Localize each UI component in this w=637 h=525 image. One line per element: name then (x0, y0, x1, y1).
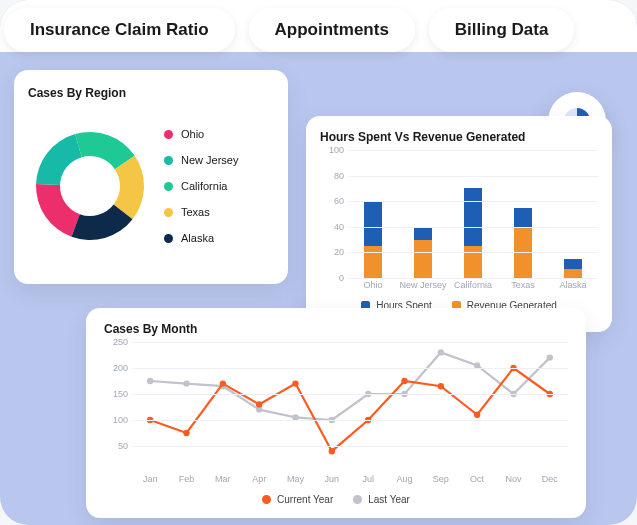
y-tick-label: 60 (334, 196, 344, 206)
legend-item-alaska: Alaska (164, 225, 274, 251)
x-tick-label: Ohio (348, 280, 398, 298)
y-tick-label: 250 (113, 337, 128, 347)
bar-segment-revenue (414, 240, 432, 278)
legend-item-texas: Texas (164, 199, 274, 225)
bar-segment-revenue (564, 269, 582, 278)
x-tick-label: Oct (459, 474, 495, 492)
svg-point-21 (438, 383, 444, 389)
legend-label: Current Year (277, 494, 333, 505)
y-tick-label: 200 (113, 363, 128, 373)
svg-point-1 (147, 378, 153, 384)
line-chart (132, 342, 568, 472)
legend-dot-icon (164, 208, 173, 217)
cases-by-region-title: Cases By Region (28, 86, 274, 100)
x-tick-label: Dec (532, 474, 568, 492)
svg-point-18 (329, 448, 335, 454)
legend-item-last-year: Last Year (353, 494, 410, 505)
legend-item-new-jersey: New Jersey (164, 147, 274, 173)
legend-dot-icon (164, 182, 173, 191)
cases-by-region-card: Cases By Region Ohio New Jersey Californ… (14, 70, 288, 284)
svg-point-12 (547, 354, 553, 360)
svg-point-20 (401, 378, 407, 384)
x-tick-label: Nov (495, 474, 531, 492)
legend-dot-icon (164, 156, 173, 165)
legend-label: Ohio (181, 128, 204, 140)
x-tick-label: Alaska (548, 280, 598, 298)
legend-dot-icon (262, 495, 271, 504)
y-tick-label: 40 (334, 222, 344, 232)
x-tick-label: New Jersey (398, 280, 448, 298)
bar-segment-revenue (364, 246, 382, 278)
x-tick-label: Feb (168, 474, 204, 492)
hours-vs-revenue-title: Hours Spent Vs Revenue Generated (320, 130, 598, 144)
legend-label: New Jersey (181, 154, 238, 166)
cases-by-month-title: Cases By Month (104, 322, 568, 336)
x-tick-label: California (448, 280, 498, 298)
region-legend: Ohio New Jersey California Texas Alaska (158, 121, 274, 251)
svg-point-2 (183, 380, 189, 386)
tab-bar: Insurance Claim Ratio Appointments Billi… (0, 0, 637, 52)
legend-label: Texas (181, 206, 210, 218)
y-tick-label: 20 (334, 247, 344, 257)
legend-dot-icon (164, 130, 173, 139)
y-tick-label: 0 (339, 273, 344, 283)
legend-item-california: California (164, 173, 274, 199)
svg-point-15 (220, 380, 226, 386)
y-tick-label: 100 (329, 145, 344, 155)
y-tick-label: 50 (118, 441, 128, 451)
bar-chart (348, 150, 598, 278)
svg-point-16 (256, 401, 262, 407)
bar-segment-hours (464, 188, 482, 246)
legend-dot-icon (164, 234, 173, 243)
legend-label: California (181, 180, 227, 192)
bar-segment-hours (364, 201, 382, 246)
y-tick-label: 100 (113, 415, 128, 425)
legend-item-current-year: Current Year (262, 494, 333, 505)
y-tick-label: 80 (334, 171, 344, 181)
cases-by-month-card: Cases By Month 50100150200250 JanFebMarA… (86, 308, 586, 518)
x-tick-label: Jul (350, 474, 386, 492)
svg-point-9 (438, 349, 444, 355)
bar-segment-hours (514, 208, 532, 227)
legend-label: Alaska (181, 232, 214, 244)
legend-item-ohio: Ohio (164, 121, 274, 147)
x-tick-label: Aug (386, 474, 422, 492)
tab-insurance-claim-ratio[interactable]: Insurance Claim Ratio (4, 8, 235, 52)
x-tick-label: Apr (241, 474, 277, 492)
x-tick-label: May (277, 474, 313, 492)
bar-segment-revenue (464, 246, 482, 278)
bar-segment-hours (414, 227, 432, 240)
line-legend: Current Year Last Year (104, 494, 568, 505)
legend-dot-icon (353, 495, 362, 504)
svg-point-22 (474, 412, 480, 418)
bar-segment-hours (564, 259, 582, 269)
x-tick-label: Jan (132, 474, 168, 492)
y-tick-label: 150 (113, 389, 128, 399)
tab-appointments[interactable]: Appointments (249, 8, 415, 52)
svg-point-14 (183, 430, 189, 436)
tab-billing-data[interactable]: Billing Data (429, 8, 575, 52)
x-tick-label: Texas (498, 280, 548, 298)
x-tick-label: Mar (205, 474, 241, 492)
donut-chart (28, 106, 158, 266)
svg-point-17 (292, 380, 298, 386)
x-tick-label: Jun (314, 474, 350, 492)
hours-vs-revenue-card: Hours Spent Vs Revenue Generated 0204060… (306, 116, 612, 332)
legend-label: Last Year (368, 494, 410, 505)
x-tick-label: Sep (423, 474, 459, 492)
